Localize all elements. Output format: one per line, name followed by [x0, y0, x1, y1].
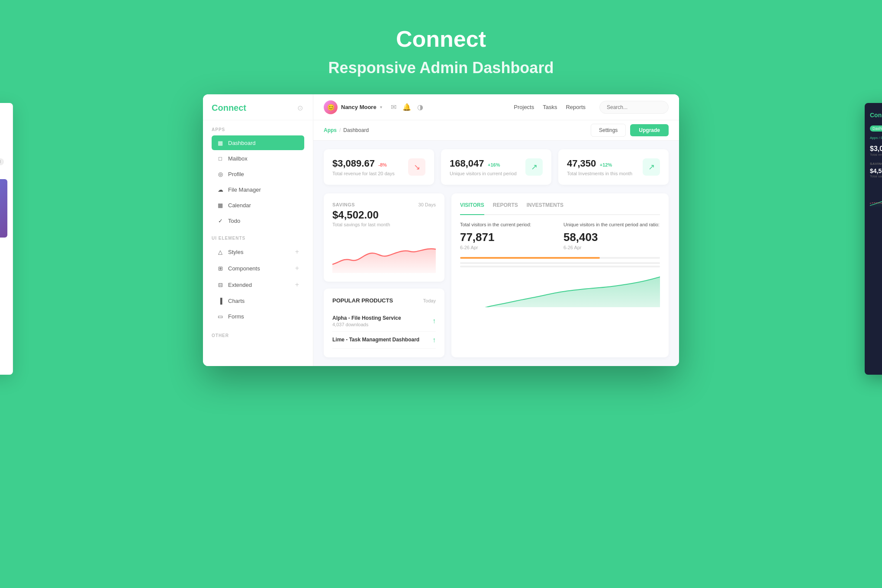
product-alpha-arrow: ↑	[432, 317, 436, 325]
dark-nav: Dashboard Apps ▾ Styles	[870, 125, 882, 132]
sidebar-item-forms[interactable]: ▭ Forms	[212, 309, 304, 324]
revenue-trend-icon: ↘	[408, 158, 425, 176]
topbar-search	[599, 101, 669, 114]
sidebar-label-charts: Charts	[228, 298, 299, 304]
stat-card-revenue: $3,089.67 -8% Total revenue for last 20 …	[324, 149, 434, 185]
stat-card-investments: 47,350 +12% Total Investments in this mo…	[558, 149, 669, 185]
file-date: Last Accessed: 17min ago	[0, 247, 7, 250]
bell-topbar-icon[interactable]: 🔔	[402, 103, 411, 111]
recent-files-label: RECENT FILES	[0, 170, 7, 175]
visitors-unique-value: 58,403	[563, 231, 660, 244]
dark-nav-dashboard[interactable]: Dashboard	[870, 125, 882, 132]
sidebar-item-file-manager[interactable]: ☁ File Manager	[212, 182, 304, 197]
product-alpha-name: Alpha - File Hosting Service	[332, 315, 401, 321]
stat-revenue-value-row: $3,089.67 -8%	[332, 158, 395, 169]
profile-icon: ◎	[217, 170, 224, 177]
nav-projects[interactable]: Projects	[514, 104, 534, 110]
user-avatar: 😊	[324, 100, 338, 114]
topbar: 😊 Nancy Moore ▾ ✉ 🔔 ◑ Projects Tasks Rep…	[313, 94, 679, 120]
visitors-card: VISITORS REPORTS INVESTMENTS Total visit…	[451, 193, 669, 357]
sidebar-ui-section: UI ELEMENTS △ Styles + ⊞ Components + ⊟ …	[203, 231, 313, 326]
mail-topbar-icon[interactable]: ✉	[391, 103, 396, 111]
breadcrumb-separator: /	[339, 127, 341, 133]
sidebar-label-components: Components	[228, 265, 291, 272]
visitors-unique-period: 6-26 Apr	[563, 245, 660, 250]
sidebar-item-extended[interactable]: ⊟ Extended +	[212, 277, 304, 292]
visitors-total-period: 6-26 Apr	[460, 245, 557, 250]
calendar-icon: ▦	[217, 202, 224, 209]
file-panel: ✉ 🔔 ◑ Components Extended RECENT FILES 🖼…	[0, 103, 13, 375]
sidebar-item-charts[interactable]: ▐ Charts	[212, 293, 304, 308]
sidebar-label-calendar: Calendar	[228, 202, 299, 209]
visitors-stats: Total visitors in the current period: 77…	[460, 222, 660, 250]
styles-plus-icon: +	[295, 248, 299, 256]
breadcrumb-current: Dashboard	[343, 127, 369, 133]
savings-value: $4,502.00	[332, 209, 436, 221]
dark-savings-value: $4,502.00	[870, 167, 882, 174]
sidebar-label-forms: Forms	[228, 313, 299, 320]
sidebar-item-styles[interactable]: △ Styles +	[212, 244, 304, 260]
sidebar-item-todo[interactable]: ✓ Todo	[212, 213, 304, 228]
folders-label: FOLDERS	[0, 254, 7, 259]
sidebar-item-profile[interactable]: ◎ Profile	[212, 167, 304, 181]
stat-investments-left: 47,350 +12% Total Investments in this mo…	[567, 158, 632, 176]
savings-period: 30 Days	[418, 202, 436, 207]
products-period: Today	[423, 298, 436, 303]
savings-card: SAVINGS 30 Days $4,502.00 Total savings …	[324, 193, 444, 282]
tab-visitors[interactable]: VISITORS	[460, 202, 484, 215]
sidebar: Connect ⊙ APPS ▦ Dashboard □ Mailbox ◎ P…	[203, 94, 313, 366]
tab-reports[interactable]: REPORTS	[493, 202, 518, 209]
dark-stat-label: Total revenue for last 20 days	[870, 153, 882, 157]
products-header: POPULAR PRODUCTS Today	[332, 297, 436, 304]
stat-investments-badge: +12%	[600, 162, 612, 167]
dark-savings-label: Total savings for last month	[870, 174, 882, 178]
main-content: 😊 Nancy Moore ▾ ✉ 🔔 ◑ Projects Tasks Rep…	[313, 94, 679, 366]
sidebar-item-components[interactable]: ⊞ Components +	[212, 260, 304, 276]
product-item-alpha: Alpha - File Hosting Service 4,037 downl…	[332, 311, 436, 332]
visitors-progress-bar	[460, 257, 660, 259]
dark-chart-area: Apps	[870, 182, 882, 208]
dashboard-content: $3,089.67 -8% Total revenue for last 20 …	[313, 141, 679, 366]
sidebar-item-mailbox[interactable]: □ Mailbox	[212, 151, 304, 166]
savings-column: SAVINGS 30 Days $4,502.00 Total savings …	[324, 193, 444, 357]
savings-chart	[332, 234, 436, 273]
stat-revenue-label: Total revenue for last 20 days	[332, 171, 395, 176]
visitors-stat-unique: Unique visitors in the current period an…	[563, 222, 660, 250]
breadcrumb: Apps / Dashboard	[324, 127, 369, 133]
sub-topbar: Apps / Dashboard Settings Upgrade	[313, 120, 679, 141]
sidebar-label-dashboard: Dashboard	[228, 140, 299, 146]
hero-title: Connect	[9, 26, 873, 52]
stat-visitors-badge: +16%	[488, 162, 500, 167]
sidebar-other-section: OTHER	[203, 326, 313, 343]
search-input[interactable]	[599, 101, 669, 114]
stat-visitors-value: 168,047	[450, 158, 484, 169]
stat-revenue-badge: -8%	[378, 162, 387, 167]
sidebar-item-calendar[interactable]: ▦ Calendar	[212, 198, 304, 212]
nav-reports[interactable]: Reports	[566, 104, 586, 110]
product-alpha-info: Alpha - File Hosting Service 4,037 downl…	[332, 315, 401, 327]
topbar-user[interactable]: 😊 Nancy Moore ▾	[324, 100, 382, 114]
visitors-chart	[460, 273, 660, 307]
file-thumbnail: 🖼	[0, 179, 7, 238]
tab-investments[interactable]: INVESTMENTS	[527, 202, 563, 209]
stat-revenue-left: $3,089.67 -8% Total revenue for last 20 …	[332, 158, 395, 176]
extended-icon: ⊟	[217, 281, 224, 288]
progress-fill	[460, 257, 600, 259]
file-tab-extended[interactable]: Extended	[0, 158, 4, 165]
clock-icon[interactable]: ⊙	[296, 104, 304, 112]
moon-topbar-icon[interactable]: ◑	[417, 103, 423, 111]
mailbox-icon: □	[217, 155, 224, 162]
settings-button[interactable]: Settings	[591, 124, 626, 137]
breadcrumb-parent[interactable]: Apps	[324, 127, 337, 133]
upgrade-button[interactable]: Upgrade	[630, 124, 669, 136]
dark-panel-header: Connect	[870, 110, 882, 120]
stat-investments-value-row: 47,350 +12%	[567, 158, 632, 169]
file-name: IMG_08719.jpg	[0, 240, 7, 244]
nav-tasks[interactable]: Tasks	[543, 104, 557, 110]
savings-card-header: SAVINGS 30 Days	[332, 202, 436, 207]
hero-subtitle: Responsive Admin Dashboard	[9, 59, 873, 77]
sidebar-item-dashboard[interactable]: ▦ Dashboard	[212, 135, 304, 150]
stat-investments-label: Total Investments in this month	[567, 171, 632, 176]
preview-container: ✉ 🔔 ◑ Components Extended RECENT FILES 🖼…	[0, 94, 882, 383]
product-item-lime: Lime - Task Managment Dashboard ↑	[332, 332, 436, 349]
